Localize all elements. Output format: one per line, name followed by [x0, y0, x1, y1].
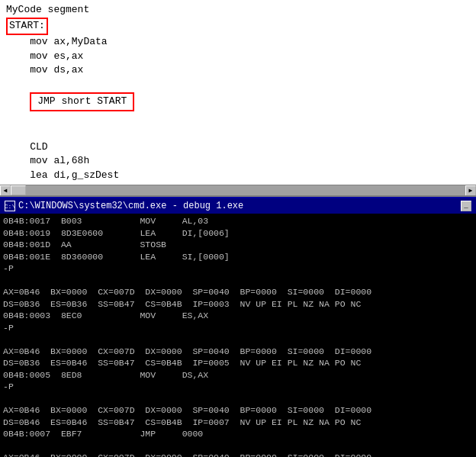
t-line-11	[3, 333, 473, 346]
mov-al-line: mov al,68h	[6, 154, 470, 169]
jmp-line: JMP short START	[6, 92, 470, 111]
t-line-9: 0B4B:0003 8EC0 MOV ES,AX	[3, 310, 473, 322]
mov-ds-line: mov ds,ax	[6, 63, 470, 78]
t-line-16	[3, 393, 473, 405]
t-line-20	[3, 440, 473, 452]
t-line-14: 0B4B:0005 8ED8 MOV DS,AX	[3, 369, 473, 381]
editor-content: MyCode segment START: mov ax,MyData mov …	[0, 0, 476, 197]
t-line-2: 0B4B:0019 8D3E0600 LEA DI,[0006]	[3, 227, 473, 240]
editor-scrollbar: ◀ ▶	[0, 185, 476, 195]
blank-line-2	[6, 111, 470, 126]
lea-di-line: lea di,g_szDest	[6, 169, 470, 183]
jmp-box: JMP short START	[30, 92, 134, 111]
t-line-15: -P	[3, 381, 473, 393]
t-line-17: AX=0B46 BX=0000 CX=007D DX=0000 SP=0040 …	[3, 404, 473, 417]
t-line-19: 0B4B:0007 EBF7 JMP 0000	[3, 428, 473, 440]
segment-title-line: MyCode segment	[6, 3, 470, 18]
terminal-icon: C:\	[5, 201, 15, 211]
terminal-body: 0B4B:0017 B003 MOV AL,030B4B:0019 8D3E06…	[0, 214, 476, 457]
scroll-right-btn[interactable]: ▶	[465, 185, 476, 196]
start-label-line: START:	[6, 18, 470, 35]
t-line-3: 0B4B:001D AA STOSB	[3, 239, 473, 251]
t-line-8: DS=0B36 ES=0B36 SS=0B47 CS=0B4B IP=0003 …	[3, 298, 473, 311]
blank-line-3	[6, 126, 470, 140]
terminal-title: C:\WINDOWS\system32\cmd.exe - debug 1.ex…	[18, 201, 243, 211]
t-line-1: 0B4B:0017 B003 MOV AL,03	[3, 215, 473, 227]
mov-ax-line: mov ax,MyData	[6, 35, 470, 50]
scroll-thumb[interactable]	[11, 185, 26, 195]
scroll-left-btn[interactable]: ◀	[0, 185, 11, 196]
t-line-6	[3, 275, 473, 287]
t-line-12: AX=0B46 BX=0000 CX=007D DX=0000 SP=0040 …	[3, 346, 473, 358]
t-line-10: -P	[3, 322, 473, 334]
code-editor: MyCode segment START: mov ax,MyData mov …	[0, 0, 476, 197]
terminal-title-left: C:\ C:\WINDOWS\system32\cmd.exe - debug …	[5, 201, 243, 211]
mov-es-line: mov es,ax	[6, 50, 470, 64]
terminal-minimize-btn[interactable]: _	[461, 201, 471, 211]
t-line-18: DS=0B46 ES=0B46 SS=0B47 CS=0B4B IP=0007 …	[3, 417, 473, 429]
terminal-window: C:\ C:\WINDOWS\system32\cmd.exe - debug …	[0, 197, 476, 457]
t-line-21: AX=0B46 BX=0000 CX=007D DX=0000 SP=0040 …	[3, 452, 473, 457]
blank-line-1	[6, 78, 470, 92]
start-label: START:	[6, 18, 48, 35]
t-line-13: DS=0B36 ES=0B46 SS=0B47 CS=0B4B IP=0005 …	[3, 357, 473, 369]
t-line-7: AX=0B46 BX=0000 CX=007D DX=0000 SP=0040 …	[3, 286, 473, 298]
t-line-5: -P	[3, 262, 473, 275]
cld-line: CLD	[6, 140, 470, 155]
t-line-4: 0B4B:001E 8D360000 LEA SI,[0000]	[3, 251, 473, 263]
terminal-titlebar: C:\ C:\WINDOWS\system32\cmd.exe - debug …	[0, 197, 476, 214]
scroll-track[interactable]	[11, 185, 465, 195]
